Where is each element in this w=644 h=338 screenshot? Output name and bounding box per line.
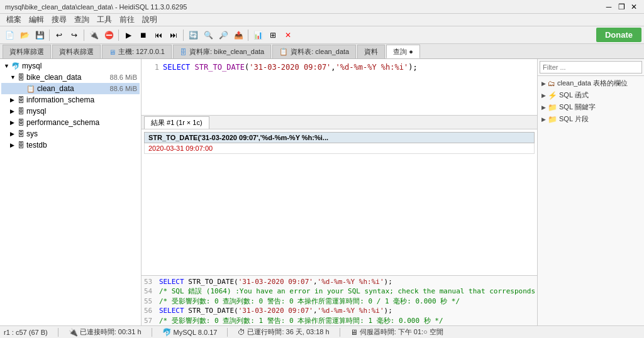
stop-btn[interactable]: ⏹ <box>136 28 150 42</box>
cancel-btn[interactable]: ✕ <box>281 28 295 42</box>
filter-btn[interactable]: 🔍 <box>201 28 215 42</box>
clean-data-icon: 📋 <box>26 85 35 93</box>
tree-item-bike[interactable]: ▼ 🗄 bike_clean_data 88.6 MiB <box>1 72 140 83</box>
folder-kw-icon: 📁 <box>548 103 557 112</box>
tree-item-testdb[interactable]: ▶ 🗄 testdb <box>1 139 140 151</box>
sql-comma: , <box>331 63 335 72</box>
menu-search[interactable]: 搜尋 <box>48 13 70 26</box>
right-item-sql-func[interactable]: ▶ ⚡ SQL 函式 <box>539 89 643 101</box>
tab-db-filter[interactable]: 資料庫篩選 <box>3 45 51 58</box>
chart-btn[interactable]: 📊 <box>251 28 265 42</box>
tree-item-mysql-db[interactable]: ▶ 🗄 mysql <box>1 106 140 117</box>
right-label-sql-snippet: SQL 片段 <box>559 114 589 124</box>
status-runtime: ⏱ 已運行時間: 36 天, 03:18 h <box>238 327 329 337</box>
tree-arrow-mysqldb: ▶ <box>10 108 18 114</box>
minimize-button[interactable]: ─ <box>604 2 614 12</box>
tabs-row: 資料庫篩選 資料表篩選 🖥 主機: 127.0.0.1 🗄 資料庫: bike_… <box>0 44 644 59</box>
tree-item-clean-data[interactable]: 📋 clean_data 88.6 MiB <box>1 83 140 94</box>
runtime-value: 已運行時間: 36 天, 03:18 h <box>247 327 329 337</box>
status-cursor: r1 : c57 (67 B) <box>4 329 48 336</box>
right-item-sql-kw[interactable]: ▶ 📁 SQL 關鍵字 <box>539 101 643 113</box>
log-num-57: 57 <box>144 317 152 325</box>
right-item-columns[interactable]: ▶ 🗂 clean_data 表格的欄位 <box>539 77 643 89</box>
tree-size-clean: 88.6 MiB <box>108 85 137 92</box>
maximize-button[interactable]: ❐ <box>616 2 626 12</box>
sidebar: ▼ 🐬 mysql ▼ 🗄 bike_clean_data 88.6 MiB 📋… <box>0 59 142 325</box>
menu-tools[interactable]: 工具 <box>93 13 116 26</box>
menu-help[interactable]: 說明 <box>138 13 161 26</box>
connect-btn[interactable]: 🔌 <box>87 28 101 42</box>
close-button[interactable]: ✕ <box>629 2 639 12</box>
prev-btn[interactable]: ⏮ <box>152 28 165 42</box>
right-item-sql-snippet[interactable]: ▶ 📁 SQL 片段 <box>539 113 643 125</box>
run-btn[interactable]: ▶ <box>121 28 135 42</box>
tree-label-perf: performance_schema <box>26 118 99 127</box>
export-btn[interactable]: 📤 <box>231 28 245 42</box>
clock-icon: ⏱ <box>238 328 245 337</box>
log-comma-53: , <box>313 278 318 286</box>
tab-host-label: 主機: 127.0.0.1 <box>118 47 165 57</box>
tab-query[interactable]: 查詢 ● <box>386 45 420 58</box>
tab-table-icon: 📋 <box>279 48 288 56</box>
tab-database-icon: 🗄 <box>180 48 187 56</box>
line-num-1: 1 <box>144 62 159 73</box>
log-select-53: SELECT <box>159 278 188 286</box>
server-icon: 🖥 <box>350 328 358 337</box>
lightning-icon: ⚡ <box>548 91 557 100</box>
toolbar: 📄 📂 💾 ↩ ↪ 🔌 ⛔ ▶ ⏹ ⏮ ⏭ 🔄 🔍 🔎 📤 📊 ⊞ ✕ Dona… <box>0 26 644 44</box>
status-sep-3 <box>227 328 228 337</box>
tree-arrow-testdb: ▶ <box>10 142 18 148</box>
menu-edit[interactable]: 編輯 <box>25 13 48 26</box>
editor-content[interactable]: SELECT STR_TO_DATE('31-03-2020 09:07','%… <box>163 62 535 112</box>
tab-data[interactable]: 資料 <box>357 45 385 58</box>
menu-file[interactable]: 檔案 <box>3 13 25 26</box>
right-panel: ▶ 🗂 clean_data 表格的欄位 ▶ ⚡ SQL 函式 ▶ 📁 SQL … <box>537 59 644 325</box>
testdb-icon: 🗄 <box>18 141 25 149</box>
menu-goto[interactable]: 前往 <box>116 13 138 26</box>
tree-label-mysqldb: mysql <box>26 107 46 116</box>
info-schema-icon: 🗄 <box>18 96 25 104</box>
tab-table-filter[interactable]: 資料表篩選 <box>52 45 101 58</box>
table-row: 2020-03-31 09:07:00 <box>145 143 535 154</box>
log-pane: 53 SELECT STR_TO_DATE('31-03-2020 09:07'… <box>142 275 537 325</box>
save-btn[interactable]: 💾 <box>33 28 47 42</box>
tab-host-icon: 🖥 <box>109 48 116 56</box>
right-tree: ▶ 🗂 clean_data 表格的欄位 ▶ ⚡ SQL 函式 ▶ 📁 SQL … <box>538 76 644 325</box>
tree-label-sys: sys <box>26 129 38 138</box>
tab-database[interactable]: 🗄 資料庫: bike_clean_data <box>173 45 271 58</box>
line-numbers: 1 <box>144 62 163 112</box>
new-btn[interactable]: 📄 <box>3 28 16 42</box>
tree-label-clean: clean_data <box>37 84 74 93</box>
status-sep-4 <box>340 328 340 337</box>
zoom-btn[interactable]: 🔎 <box>216 28 230 42</box>
menu-query[interactable]: 查詢 <box>70 13 93 26</box>
redo-btn[interactable]: ↪ <box>67 28 81 42</box>
result-cell: 2020-03-31 09:07:00 <box>145 143 535 154</box>
query-editor[interactable]: 1 SELECT STR_TO_DATE('31-03-2020 09:07',… <box>142 59 537 116</box>
next-btn[interactable]: ⏭ <box>167 28 180 42</box>
sidebar-tree[interactable]: ▼ 🐬 mysql ▼ 🗄 bike_clean_data 88.6 MiB 📋… <box>0 59 141 325</box>
right-arrow-sql-func: ▶ <box>541 92 546 99</box>
results-tab-1[interactable]: 結果 #1 (1r × 1c) <box>144 116 209 129</box>
grid-btn[interactable]: ⊞ <box>266 28 280 42</box>
tree-item-perf[interactable]: ▶ 🗄 performance_schema <box>1 117 140 128</box>
refresh-btn[interactable]: 🔄 <box>186 28 200 42</box>
tab-host[interactable]: 🖥 主機: 127.0.0.1 <box>102 45 172 58</box>
tree-item-info-schema[interactable]: ▶ 🗄 information_schema <box>1 94 140 106</box>
sep1 <box>49 30 50 41</box>
table-icon: 🗂 <box>548 79 555 88</box>
window-title: mysql\bike_clean_data\clean_data\ - Heid… <box>5 3 187 11</box>
sql-date-string: '31-03-2020 09:07' <box>249 63 331 72</box>
disconnect-btn[interactable]: ⛔ <box>102 28 116 42</box>
status-sep-2 <box>152 328 152 337</box>
undo-btn[interactable]: ↩ <box>52 28 66 42</box>
tree-item-mysql[interactable]: ▼ 🐬 mysql <box>1 60 140 72</box>
donate-button[interactable]: Donate <box>596 28 641 42</box>
menubar: 檔案 編輯 搜尋 查詢 工具 前往 說明 <box>0 14 644 26</box>
filter-input[interactable] <box>540 61 642 74</box>
open-btn[interactable]: 📂 <box>18 28 31 42</box>
tree-item-sys[interactable]: ▶ 🗄 sys <box>1 128 140 139</box>
tab-table[interactable]: 📋 資料表: clean_data <box>272 45 356 58</box>
sep5 <box>248 30 248 41</box>
status-server-time: 🖥 伺服器時間: 下午 01:○ 空閒 <box>350 327 443 337</box>
